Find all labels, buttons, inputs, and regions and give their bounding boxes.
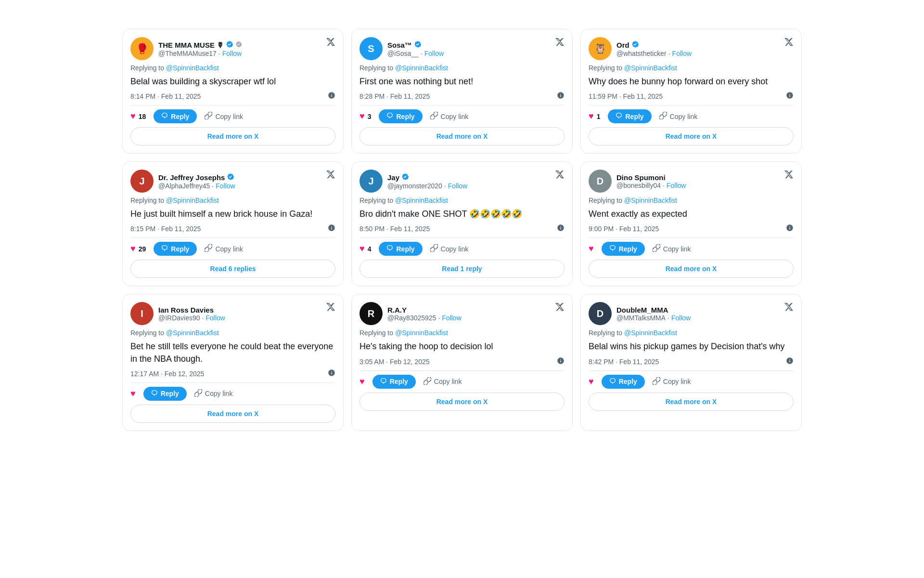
- author-name: THE MMA MUSE 🎙: [158, 41, 224, 49]
- divider: [359, 237, 565, 238]
- x-icon[interactable]: [784, 37, 794, 49]
- reply-button[interactable]: Reply: [379, 109, 422, 123]
- reply-button[interactable]: Reply: [608, 109, 651, 123]
- copy-link-button[interactable]: Copy link: [424, 377, 462, 386]
- read-more-button[interactable]: Read more on X: [359, 127, 565, 145]
- copy-link-button[interactable]: Copy link: [205, 244, 243, 253]
- tweet-meta: 8:42 PM · Feb 11, 2025: [589, 357, 794, 367]
- follow-button[interactable]: Follow: [672, 50, 692, 57]
- verified-badge: [631, 40, 639, 50]
- x-icon[interactable]: [326, 170, 335, 181]
- read-more-button[interactable]: Read more on X: [589, 260, 794, 278]
- like-action[interactable]: ♥1: [589, 111, 600, 121]
- heart-icon: ♥: [359, 377, 365, 387]
- copy-link-button[interactable]: Copy link: [430, 112, 469, 121]
- follow-button[interactable]: Follow: [667, 182, 686, 189]
- reply-button[interactable]: Reply: [143, 387, 187, 401]
- avatar: 🥊: [130, 37, 154, 60]
- tweet-author: 🥊THE MMA MUSE 🎙@TheMMAMuse17·Follow: [130, 37, 242, 60]
- like-action[interactable]: ♥18: [130, 111, 146, 121]
- info-icon[interactable]: [786, 357, 794, 367]
- reply-button[interactable]: Reply: [154, 109, 197, 123]
- copy-link-button[interactable]: Copy link: [194, 389, 233, 398]
- follow-button[interactable]: Follow: [442, 314, 461, 322]
- reply-icon: [380, 378, 387, 386]
- replying-to-handle[interactable]: @SpinninBackfist: [166, 64, 219, 72]
- reply-button[interactable]: Reply: [602, 375, 645, 389]
- replying-to-handle[interactable]: @SpinninBackfist: [624, 197, 677, 204]
- like-action[interactable]: ♥: [130, 389, 136, 399]
- tweet-card-2: SSosa™@iSosa__·FollowReplying to @Spinni…: [351, 29, 573, 154]
- avatar: S: [359, 37, 383, 60]
- replying-to-handle[interactable]: @SpinninBackfist: [395, 197, 448, 204]
- tweet-actions: ♥ReplyCopy link: [589, 242, 794, 256]
- like-count: 4: [368, 245, 372, 253]
- author-name: Jay: [387, 173, 399, 182]
- replying-to-handle[interactable]: @SpinninBackfist: [624, 64, 677, 72]
- reply-icon: [386, 245, 393, 253]
- tweet-meta: 8:28 PM · Feb 11, 2025: [359, 92, 565, 101]
- info-icon[interactable]: [557, 92, 565, 101]
- read-more-button[interactable]: Read 6 replies: [130, 260, 335, 278]
- read-more-button[interactable]: Read 1 reply: [359, 260, 565, 278]
- follow-button[interactable]: Follow: [222, 50, 242, 57]
- replying-to-handle[interactable]: @SpinninBackfist: [395, 64, 448, 72]
- grey-badge: [235, 41, 242, 49]
- copy-link-button[interactable]: Copy link: [430, 244, 469, 253]
- read-more-button[interactable]: Read more on X: [589, 127, 794, 145]
- follow-button[interactable]: Follow: [424, 50, 444, 57]
- reply-button[interactable]: Reply: [379, 242, 422, 256]
- copy-link-button[interactable]: Copy link: [205, 112, 243, 121]
- info-icon[interactable]: [328, 92, 335, 101]
- x-icon[interactable]: [326, 37, 335, 49]
- like-action[interactable]: ♥: [589, 377, 594, 387]
- info-icon[interactable]: [557, 224, 565, 234]
- copy-link-button[interactable]: Copy link: [653, 244, 691, 253]
- tweet-header: 🥊THE MMA MUSE 🎙@TheMMAMuse17·Follow: [130, 37, 335, 60]
- x-icon[interactable]: [555, 302, 565, 314]
- info-icon[interactable]: [557, 357, 565, 367]
- like-action[interactable]: ♥: [589, 244, 594, 254]
- x-icon[interactable]: [784, 302, 794, 314]
- like-action[interactable]: ♥4: [359, 244, 371, 254]
- tweet-actions: ♥3ReplyCopy link: [359, 109, 565, 123]
- reply-button[interactable]: Reply: [154, 242, 197, 256]
- read-more-button[interactable]: Read more on X: [130, 405, 335, 423]
- replying-to-handle[interactable]: @SpinninBackfist: [166, 197, 219, 204]
- tweet-author: JDr. Jeffrey Josephs@AlphaJeffrey45·Foll…: [130, 170, 235, 193]
- author-info: Ian Ross Davies@IRDavies90·Follow: [158, 306, 225, 322]
- replying-to-handle[interactable]: @SpinninBackfist: [395, 329, 448, 337]
- copy-label: Copy link: [215, 113, 243, 120]
- follow-button[interactable]: Follow: [216, 182, 235, 190]
- like-action[interactable]: ♥: [359, 377, 365, 387]
- follow-button[interactable]: Follow: [205, 314, 225, 322]
- follow-button[interactable]: Follow: [671, 314, 691, 322]
- reply-icon: [616, 112, 622, 120]
- copy-link-button[interactable]: Copy link: [653, 377, 691, 386]
- x-icon[interactable]: [326, 302, 335, 314]
- divider: [130, 105, 335, 105]
- reply-icon: [161, 245, 168, 253]
- replying-to-handle[interactable]: @SpinninBackfist: [166, 329, 219, 337]
- replying-to-handle[interactable]: @SpinninBackfist: [624, 329, 677, 337]
- info-icon[interactable]: [786, 92, 794, 101]
- like-action[interactable]: ♥29: [130, 244, 146, 254]
- copy-label: Copy link: [670, 113, 698, 120]
- info-icon[interactable]: [328, 369, 335, 379]
- tweet-author: JJay@jaymonster2020·Follow: [359, 170, 467, 193]
- author-handle: @TheMMAMuse17: [158, 50, 217, 57]
- reply-button[interactable]: Reply: [602, 242, 645, 256]
- x-icon[interactable]: [555, 37, 565, 49]
- divider: [589, 237, 794, 238]
- read-more-button[interactable]: Read more on X: [359, 393, 565, 411]
- read-more-button[interactable]: Read more on X: [130, 127, 335, 145]
- info-icon[interactable]: [328, 224, 335, 234]
- read-more-button[interactable]: Read more on X: [589, 393, 794, 411]
- x-icon[interactable]: [555, 170, 565, 181]
- x-icon[interactable]: [784, 170, 794, 181]
- follow-button[interactable]: Follow: [448, 182, 467, 190]
- copy-link-button[interactable]: Copy link: [659, 112, 698, 121]
- info-icon[interactable]: [786, 224, 794, 234]
- like-action[interactable]: ♥3: [359, 111, 371, 121]
- reply-button[interactable]: Reply: [372, 375, 416, 389]
